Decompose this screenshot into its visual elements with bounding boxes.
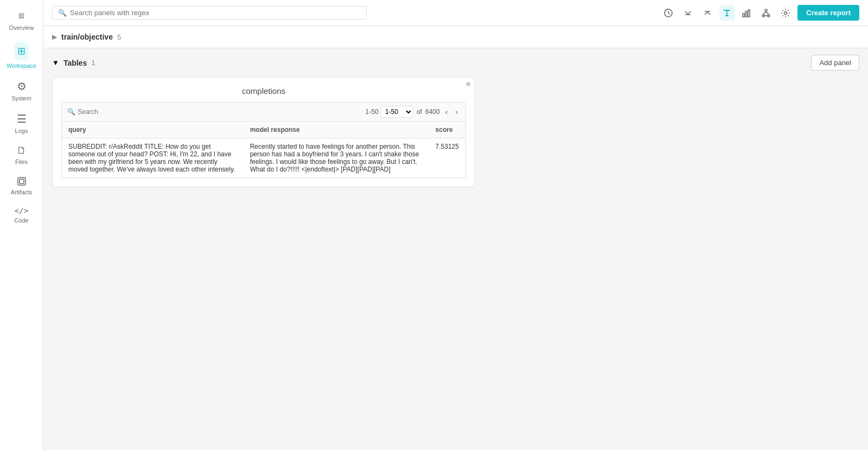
table-container: 🔍 1-50 1-50 1-100 of (61, 102, 466, 178)
files-icon: 🗋 (17, 145, 27, 156)
sidebar-item-logs-label: Logs (15, 128, 28, 134)
subsection-header: ▼ Tables 1 Add panel (52, 55, 859, 71)
collapse-up-icon-btn[interactable] (700, 5, 715, 21)
table-cell-model_response: Recently started to have feelings for an… (244, 138, 429, 178)
code-icon: </> (15, 206, 28, 215)
svg-rect-0 (18, 178, 25, 185)
nodes-icon-btn[interactable] (758, 5, 774, 21)
chart-icon-btn[interactable] (739, 5, 754, 21)
pagination-range-select[interactable]: 1-50 1-100 (380, 106, 413, 118)
search-input[interactable] (70, 9, 361, 17)
text-icon-btn[interactable] (719, 5, 735, 21)
pagination-next-button[interactable]: › (453, 106, 460, 117)
pagination-of: of (417, 108, 422, 116)
pagination-prev-button[interactable]: ‹ (443, 106, 450, 117)
workspace-icon: ⊞ (14, 42, 29, 60)
pagination: 1-50 1-50 1-100 of 6400 ‹ › (366, 106, 460, 118)
sidebar-item-overview-label: Overview (9, 24, 34, 31)
sidebar-item-artifacts-label: Artifacts (11, 189, 33, 195)
section-chevron-icon: ▶ (52, 33, 57, 41)
svg-rect-5 (748, 10, 750, 17)
section-count: 5 (117, 33, 121, 41)
main-content: 🔍 (43, 0, 868, 450)
sidebar-item-code-label: Code (14, 217, 28, 224)
col-header-query: query (62, 122, 244, 138)
table-search-icon: 🔍 (67, 108, 75, 116)
sidebar-item-system-label: System (11, 95, 31, 102)
sidebar: ≡ Overview ⊞ Workspace ⚙ System ☰ Logs 🗋… (0, 0, 43, 450)
table-search[interactable]: 🔍 (67, 108, 361, 116)
section-header[interactable]: ▶ train/objective 5 (43, 26, 868, 48)
table-toolbar: 🔍 1-50 1-50 1-100 of (62, 103, 465, 122)
subsection-title: Tables (63, 59, 87, 67)
sidebar-item-logs[interactable]: ☰ Logs (0, 107, 43, 140)
sidebar-item-artifacts[interactable]: Artifacts (0, 170, 43, 201)
logs-icon: ☰ (17, 112, 27, 125)
panel-card: completions 🔍 1-50 1-50 (52, 77, 475, 187)
search-box[interactable]: 🔍 (52, 6, 367, 20)
collapse-down-icon-btn[interactable] (680, 5, 695, 21)
sidebar-item-code[interactable]: </> Code (0, 201, 43, 229)
svg-rect-3 (743, 14, 744, 17)
svg-rect-4 (745, 11, 747, 17)
add-panel-button[interactable]: Add panel (811, 55, 859, 71)
svg-point-9 (784, 11, 787, 14)
table-row: SUBREDDIT: r/AskReddit TITLE: How do you… (62, 138, 465, 178)
col-header-model-response: model response (244, 122, 429, 138)
sidebar-item-overview[interactable]: ≡ Overview (0, 4, 43, 36)
subsection-count: 1 (91, 59, 95, 67)
search-icon: 🔍 (58, 9, 67, 17)
section-title: train/objective (61, 33, 113, 41)
data-table: query model response score SUBREDDIT: r/… (62, 122, 465, 178)
svg-point-6 (765, 9, 767, 11)
sidebar-item-files[interactable]: 🗋 Files (0, 140, 43, 170)
settings-icon-btn[interactable] (778, 5, 793, 21)
overview-icon: ≡ (18, 10, 25, 22)
panel-title: completions (61, 86, 466, 96)
artifacts-icon (16, 176, 27, 187)
subsection-chevron-icon[interactable]: ▼ (52, 59, 59, 67)
col-header-score: score (429, 122, 465, 138)
sidebar-item-files-label: Files (15, 159, 28, 165)
table-cell-score: 7.53125 (429, 138, 465, 178)
sidebar-item-workspace[interactable]: ⊞ Workspace (0, 36, 43, 74)
sidebar-item-workspace-label: Workspace (7, 62, 36, 69)
pagination-range-value: 1-50 (366, 108, 379, 116)
subsection: ▼ Tables 1 Add panel completions 🔍 (43, 48, 868, 194)
system-icon: ⚙ (17, 80, 27, 93)
toolbar: 🔍 (43, 0, 868, 26)
table-search-input[interactable] (78, 108, 159, 116)
toolbar-icons: Create report (661, 5, 859, 21)
sidebar-item-system[interactable]: ⚙ System (0, 74, 43, 107)
content-area: ▶ train/objective 5 ▼ Tables 1 Add panel… (43, 26, 868, 450)
pagination-total: 6400 (425, 108, 440, 116)
table-cell-query: SUBREDDIT: r/AskReddit TITLE: How do you… (62, 138, 244, 178)
create-report-button[interactable]: Create report (797, 5, 859, 21)
svg-rect-1 (20, 179, 24, 183)
pagination-range: 1-50 1-50 1-100 (366, 106, 413, 118)
history-icon-btn[interactable] (661, 5, 676, 21)
drag-handle[interactable] (466, 82, 470, 86)
